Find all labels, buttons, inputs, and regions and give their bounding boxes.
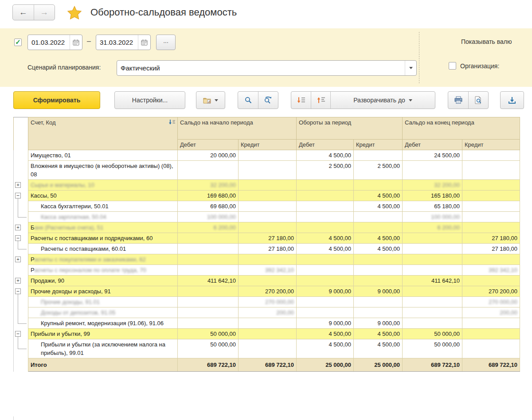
value-cell[interactable] bbox=[462, 276, 520, 286]
collapse-rows-button[interactable] bbox=[311, 92, 330, 109]
value-cell[interactable] bbox=[297, 254, 354, 265]
value-cell[interactable]: 100 000,00 bbox=[178, 212, 239, 222]
forward-button[interactable]: → bbox=[34, 5, 55, 20]
value-cell[interactable]: 270 200,00 bbox=[462, 286, 520, 297]
value-cell[interactable] bbox=[462, 201, 520, 212]
column-group-closing-balance[interactable]: Сальдо на конец периода bbox=[403, 117, 520, 140]
column-group-turnover[interactable]: Обороты за период bbox=[297, 117, 403, 140]
account-cell[interactable]: Прибыли и убытки, 99 bbox=[28, 329, 178, 339]
value-cell[interactable] bbox=[403, 161, 462, 180]
value-cell[interactable] bbox=[403, 265, 462, 276]
value-cell[interactable]: 4 500,00 bbox=[297, 329, 354, 339]
value-cell[interactable]: 4 500,00 bbox=[354, 244, 403, 254]
value-cell[interactable]: 200,00 bbox=[462, 307, 520, 318]
value-cell[interactable] bbox=[297, 212, 354, 222]
total-value-cell[interactable]: 25 000,00 bbox=[297, 358, 354, 372]
value-cell[interactable]: 24 500,00 bbox=[403, 150, 462, 161]
value-cell[interactable] bbox=[297, 191, 354, 201]
value-cell[interactable] bbox=[239, 161, 297, 180]
value-cell[interactable] bbox=[178, 265, 239, 276]
value-cell[interactable] bbox=[239, 329, 297, 339]
value-cell[interactable] bbox=[178, 233, 239, 244]
value-cell[interactable]: 20 000,00 bbox=[178, 150, 239, 161]
value-cell[interactable] bbox=[403, 244, 462, 254]
account-cell[interactable]: Расчеты с персоналом по оплате труда, 70 bbox=[28, 265, 178, 276]
value-cell[interactable]: 4 500,00 bbox=[297, 233, 354, 244]
value-cell[interactable]: 4 500,00 bbox=[354, 339, 403, 358]
organization-checkbox[interactable] bbox=[449, 62, 456, 70]
value-cell[interactable]: 27 180,00 bbox=[462, 244, 520, 254]
value-cell[interactable]: 4 500,00 bbox=[354, 233, 403, 244]
expander-minus-icon[interactable]: − bbox=[15, 288, 21, 294]
value-cell[interactable]: 270 200,00 bbox=[239, 286, 297, 297]
account-cell[interactable]: Кассы, 50 bbox=[28, 191, 178, 201]
value-cell[interactable]: 200,00 bbox=[239, 307, 297, 318]
value-cell[interactable]: 50 000,00 bbox=[178, 339, 239, 358]
calendar-icon[interactable] bbox=[70, 35, 82, 50]
value-cell[interactable] bbox=[403, 318, 462, 329]
value-cell[interactable] bbox=[297, 201, 354, 212]
value-cell[interactable]: 169 680,00 bbox=[178, 191, 239, 201]
total-value-cell[interactable]: 689 722,10 bbox=[178, 358, 239, 372]
value-cell[interactable] bbox=[354, 222, 403, 233]
total-value-cell[interactable]: 689 722,10 bbox=[462, 358, 520, 372]
value-cell[interactable] bbox=[354, 254, 403, 265]
value-cell[interactable]: 392 342,10 bbox=[462, 265, 520, 276]
value-cell[interactable]: 2 500,00 bbox=[297, 161, 354, 180]
value-cell[interactable] bbox=[403, 233, 462, 244]
value-cell[interactable] bbox=[178, 297, 239, 307]
value-cell[interactable] bbox=[239, 222, 297, 233]
account-cell[interactable]: Расчеты с поставщиками и подрядчиками, 6… bbox=[28, 233, 178, 244]
value-cell[interactable]: 9 000,00 bbox=[297, 286, 354, 297]
value-cell[interactable]: 4 500,00 bbox=[354, 191, 403, 201]
value-cell[interactable]: 32 200,00 bbox=[178, 180, 239, 191]
total-value-cell[interactable]: 689 722,10 bbox=[239, 358, 297, 372]
value-cell[interactable]: 9 000,00 bbox=[297, 318, 354, 329]
date-from-input[interactable] bbox=[28, 35, 70, 50]
value-cell[interactable] bbox=[239, 191, 297, 201]
value-cell[interactable] bbox=[354, 180, 403, 191]
expander-plus-icon[interactable]: + bbox=[15, 182, 21, 188]
column-header-credit[interactable]: Кредит bbox=[354, 140, 403, 150]
value-cell[interactable]: 50 000,00 bbox=[403, 329, 462, 339]
print-button[interactable] bbox=[448, 92, 468, 109]
expand-to-button[interactable]: Разворачивать до bbox=[330, 92, 435, 109]
value-cell[interactable] bbox=[178, 161, 239, 180]
value-cell[interactable]: 2 500,00 bbox=[354, 161, 403, 180]
value-cell[interactable]: 4 500,00 bbox=[297, 244, 354, 254]
value-cell[interactable]: 27 180,00 bbox=[462, 233, 520, 244]
account-cell[interactable]: Продажи, 90 bbox=[28, 276, 178, 286]
value-cell[interactable] bbox=[462, 212, 520, 222]
value-cell[interactable]: 27 180,00 bbox=[239, 233, 297, 244]
value-cell[interactable] bbox=[462, 318, 520, 329]
expander-minus-icon[interactable]: − bbox=[15, 193, 21, 198]
scenario-input[interactable] bbox=[117, 61, 405, 75]
value-cell[interactable]: 9 000,00 bbox=[354, 318, 403, 329]
value-cell[interactable] bbox=[297, 276, 354, 286]
value-cell[interactable] bbox=[239, 254, 297, 265]
value-cell[interactable] bbox=[403, 254, 462, 265]
value-cell[interactable] bbox=[239, 276, 297, 286]
value-cell[interactable] bbox=[178, 286, 239, 297]
value-cell[interactable] bbox=[297, 180, 354, 191]
value-cell[interactable] bbox=[354, 150, 403, 161]
value-cell[interactable] bbox=[354, 265, 403, 276]
value-cell[interactable] bbox=[462, 329, 520, 339]
account-cell[interactable]: Касса зарплатная, 50.04 bbox=[28, 212, 178, 222]
total-value-cell[interactable]: 25 000,00 bbox=[354, 358, 403, 372]
value-cell[interactable] bbox=[462, 161, 520, 180]
value-cell[interactable] bbox=[239, 318, 297, 329]
date-to-input[interactable] bbox=[96, 35, 138, 50]
column-header-debit[interactable]: Дебет bbox=[403, 140, 462, 150]
value-cell[interactable] bbox=[462, 191, 520, 201]
print-preview-button[interactable] bbox=[468, 92, 488, 109]
column-header-debit[interactable]: Дебет bbox=[297, 140, 354, 150]
value-cell[interactable]: 9 000,00 bbox=[354, 286, 403, 297]
value-cell[interactable]: 411 642,10 bbox=[403, 276, 462, 286]
report-variants-button[interactable] bbox=[196, 91, 225, 109]
value-cell[interactable]: 270 000,00 bbox=[239, 297, 297, 307]
value-cell[interactable] bbox=[403, 286, 462, 297]
column-header-credit[interactable]: Кредит bbox=[239, 140, 297, 150]
search-button[interactable] bbox=[238, 92, 258, 109]
save-button[interactable] bbox=[500, 91, 524, 109]
